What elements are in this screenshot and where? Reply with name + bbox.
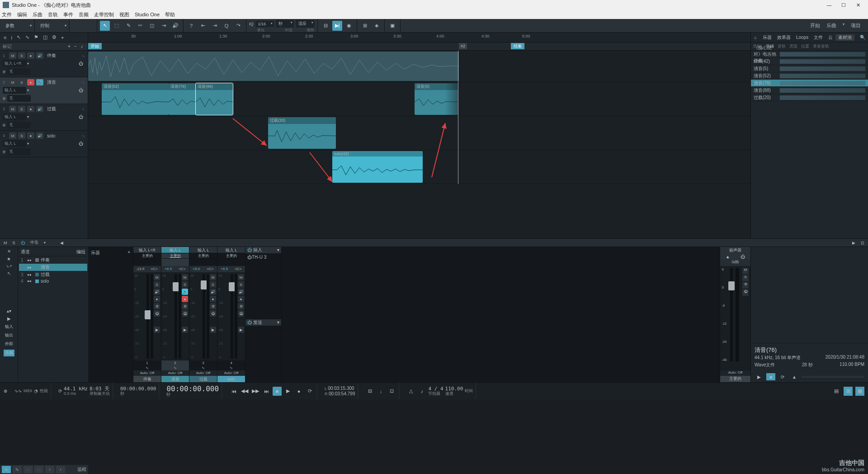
autoscroll-icon[interactable]: ▶| <box>332 21 342 31</box>
filter-type[interactable]: 类型 <box>789 43 797 49</box>
filter-pos[interactable]: 位置 <box>801 43 809 49</box>
menu-audio[interactable]: 音频 <box>79 11 89 18</box>
menu-help[interactable]: 帮助 <box>165 11 175 18</box>
expand-icon[interactable]: ▾ <box>277 247 279 253</box>
song-page-button[interactable]: 乐曲 <box>826 22 836 29</box>
tab-loops[interactable]: Loops <box>793 35 811 40</box>
mute-button[interactable]: M <box>9 52 16 59</box>
monitor-button[interactable]: 🔊 <box>36 79 43 85</box>
master-link-icon[interactable]: ⏻ <box>741 254 745 259</box>
quantize-dropdown[interactable]: 1/16 <box>255 21 274 27</box>
view-wave-icon[interactable]: ∿ <box>13 466 22 473</box>
flag-icon[interactable]: ⚑ <box>34 34 38 40</box>
record-button[interactable]: ● <box>27 106 34 112</box>
monitor-button[interactable]: 🔊 <box>36 133 43 139</box>
menu-file[interactable]: 文件 <box>2 11 12 18</box>
waveform-icon[interactable]: ∿ <box>81 133 85 138</box>
clip-c88[interactable]: 清音(88) <box>196 83 233 115</box>
global-solo[interactable]: S <box>13 241 15 245</box>
split-tool-icon[interactable]: ✎ <box>123 21 133 31</box>
track-2[interactable]: 2 M S ● 🔊 清音 ∿ 输入 L▾⏻ ⊪无 <box>0 77 88 104</box>
home-icon[interactable]: ⌂ <box>751 35 760 40</box>
metronome-icon[interactable]: △ <box>406 387 415 396</box>
preroll-icon[interactable]: ⊟ <box>365 387 374 396</box>
record-button[interactable]: ● <box>294 387 303 396</box>
io-icon[interactable]: ↘↗ <box>6 264 12 268</box>
follow-icon[interactable]: ◉ <box>344 21 354 31</box>
preview-slider[interactable] <box>802 376 864 378</box>
clip-c5[interactable]: 清音(5) <box>415 83 458 115</box>
automation-icon[interactable]: ∿ <box>25 34 29 40</box>
stop-button[interactable]: ■ <box>273 387 282 396</box>
pool-item[interactable]: solo(42) <box>751 58 868 65</box>
main-timecode[interactable]: 00:00:00.000 <box>166 385 219 393</box>
control-label[interactable]: 控制 <box>38 23 63 29</box>
editor-icon[interactable]: ▤ <box>832 387 841 396</box>
precount-icon[interactable]: ♪ <box>417 387 426 396</box>
wrench-icon[interactable]: ↖ <box>17 34 21 40</box>
video-icon[interactable]: ▣ <box>387 21 397 31</box>
global-mute[interactable]: M <box>4 241 7 245</box>
gear-icon[interactable]: ⚙ <box>52 34 57 40</box>
waveform-icon[interactable]: ∿ <box>81 53 85 58</box>
marker-start[interactable]: 开始 <box>88 43 102 49</box>
action-icon[interactable]: ↷ <box>233 21 243 31</box>
record-button[interactable]: ● <box>27 52 34 59</box>
mute-button[interactable]: M <box>9 106 16 112</box>
info-icon[interactable]: i <box>11 35 12 40</box>
solo-button[interactable]: S <box>18 106 25 112</box>
tree-row[interactable]: 1●●伴奏 <box>19 256 87 264</box>
global-power-icon[interactable]: ⏻ <box>21 241 25 245</box>
help-icon[interactable]: ? <box>186 21 196 31</box>
menu-track[interactable]: 音轨 <box>48 11 58 18</box>
autopunch-icon[interactable]: ↓ <box>376 387 385 396</box>
list-icon[interactable]: ≡ <box>4 35 6 40</box>
tab-files[interactable]: 文件 <box>811 34 826 41</box>
channel-1[interactable]: 输入 L+R 主要的 -13.5<C> 100-10-24-48-72-∞ MS… <box>133 247 161 382</box>
lane-3[interactable]: 过载(20) <box>88 116 750 150</box>
marker-icon[interactable]: ◈ <box>372 21 382 31</box>
arrange-panel[interactable]: 30 1:00 1:30 2:00 2:30 3:00 3:30 4:00 4:… <box>88 33 750 238</box>
group-icon[interactable]: ◫ <box>43 34 47 40</box>
star-icon[interactable]: ★ <box>7 256 11 261</box>
loop-button[interactable]: ⟳ <box>305 387 314 396</box>
maximize-button[interactable]: ☐ <box>836 0 851 9</box>
global-zoom[interactable]: 中等 <box>30 240 38 246</box>
param-label[interactable]: 参数 <box>3 23 28 29</box>
master-mode-icon[interactable]: ▲ <box>726 254 730 259</box>
tree-row[interactable]: 3●●过载 <box>19 271 87 278</box>
snap2-icon[interactable]: ⇥ <box>210 21 220 31</box>
channel-4[interactable]: 输入 L 主要的 +6.5<C> 100-10-24-48-72-∞ MS🔊●⚙… <box>217 247 245 382</box>
nav-up-icon[interactable]: ▴▾ <box>7 308 11 313</box>
listen-tool-icon[interactable]: 🔊 <box>170 21 180 31</box>
time-ruler[interactable]: 30 1:00 1:30 2:00 2:30 3:00 3:30 4:00 4:… <box>88 33 750 43</box>
wrench-icon[interactable]: ↖ <box>7 271 11 276</box>
tree-row[interactable]: 4●●solo <box>19 278 87 284</box>
lane-4[interactable]: solo(42) <box>88 150 750 184</box>
note-icon[interactable]: ♪ <box>79 44 85 49</box>
snap-icon[interactable]: ⇤ <box>198 21 208 31</box>
add-marker-icon[interactable]: + <box>66 44 72 49</box>
menu-transport[interactable]: 走带控制 <box>94 11 114 18</box>
track-3[interactable]: 3 M S ● 🔊 过载 ∿ 输入 L▾⏻ ⊪无 <box>0 104 88 131</box>
start-page-button[interactable]: 开始 <box>810 22 820 29</box>
lane-1[interactable] <box>88 51 750 82</box>
replace-icon[interactable]: ⊡ <box>387 387 396 396</box>
goto-start-icon[interactable]: ⏮ <box>229 387 238 396</box>
pool-item[interactable]: 清音(5) <box>751 65 868 72</box>
zoom-fit-icon[interactable]: ⊡ <box>861 241 864 245</box>
menu-song[interactable]: 乐曲 <box>33 11 42 18</box>
record-button[interactable]: ● <box>27 133 34 139</box>
remove-marker-icon[interactable]: − <box>72 44 79 49</box>
pool-item[interactable]: 清音(88) <box>751 87 868 94</box>
solo-button[interactable]: S <box>18 133 25 139</box>
clip-backing[interactable] <box>88 52 459 81</box>
tab-instruments[interactable]: 乐器 <box>760 34 774 41</box>
track-4[interactable]: 4 M S ● 🔊 solo ∿ 输入 L▾⏻ ⊪无 <box>0 131 88 157</box>
menu-view[interactable]: 视图 <box>119 11 129 18</box>
scroll-right-icon[interactable]: ▶ <box>852 241 855 245</box>
monitor-button[interactable]: 🔊 <box>36 52 43 59</box>
mute-button[interactable]: M <box>9 133 16 139</box>
tab-effects[interactable]: 效果器 <box>774 34 793 41</box>
preview-loop-icon[interactable]: ⟳ <box>778 373 787 380</box>
